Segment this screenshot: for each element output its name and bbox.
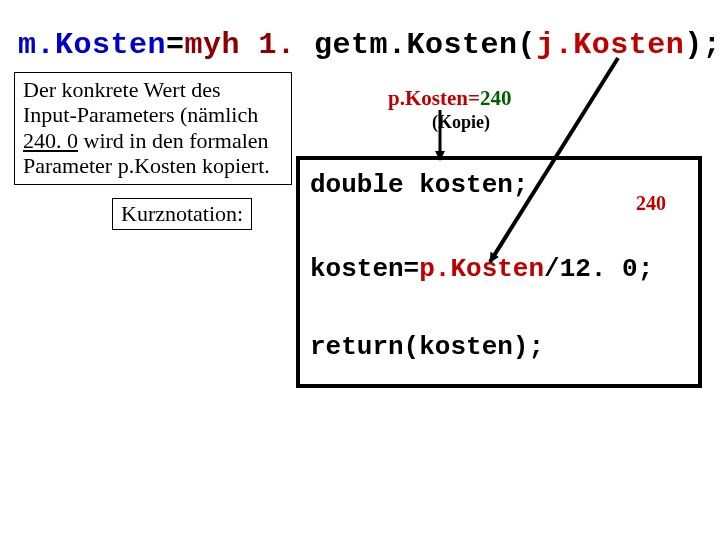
codebox-l2c: /12. 0;: [544, 254, 653, 284]
equals: =: [166, 28, 185, 62]
desc-line4: Parameter p.Kosten kopiert.: [23, 153, 270, 178]
pkosten-annotation: p.Kosten=240: [388, 86, 511, 111]
code-line: m.Kosten=myh 1. getm.Kosten(j.Kosten);: [18, 28, 720, 62]
call-tail: );: [684, 28, 720, 62]
kurznotation-label: Kurznotation:: [121, 201, 243, 226]
value-240: 240: [636, 192, 666, 215]
code-body-box: double kosten; 240 kosten=p.Kosten/12. 0…: [296, 156, 702, 388]
mkosten-var: m.Kosten: [18, 28, 166, 62]
pkosten-label: p.Kosten=: [388, 86, 480, 110]
codebox-line2: kosten=p.Kosten/12. 0;: [310, 254, 653, 284]
description-box: Der konkrete Wert des Input-Parameters (…: [14, 72, 292, 185]
pkosten-value: 240: [480, 86, 512, 110]
method-call: getm.Kosten(: [296, 28, 537, 62]
codebox-line1: double kosten;: [310, 170, 528, 200]
codebox-l2-pkosten: p.Kosten: [419, 254, 544, 284]
desc-line1: Der konkrete Wert des: [23, 77, 221, 102]
object-ref: myh 1.: [185, 28, 296, 62]
kurznotation-box: Kurznotation:: [112, 198, 252, 230]
desc-number: 240. 0: [23, 128, 78, 153]
kopie-label: (Kopie): [432, 112, 490, 133]
codebox-line3: return(kosten);: [310, 332, 544, 362]
jkosten-arg: j.Kosten: [536, 28, 684, 62]
desc-line2: Input-Parameters (nämlich: [23, 102, 258, 127]
codebox-l2a: kosten=: [310, 254, 419, 284]
desc-line3-tail: wird in den formalen: [78, 128, 269, 153]
